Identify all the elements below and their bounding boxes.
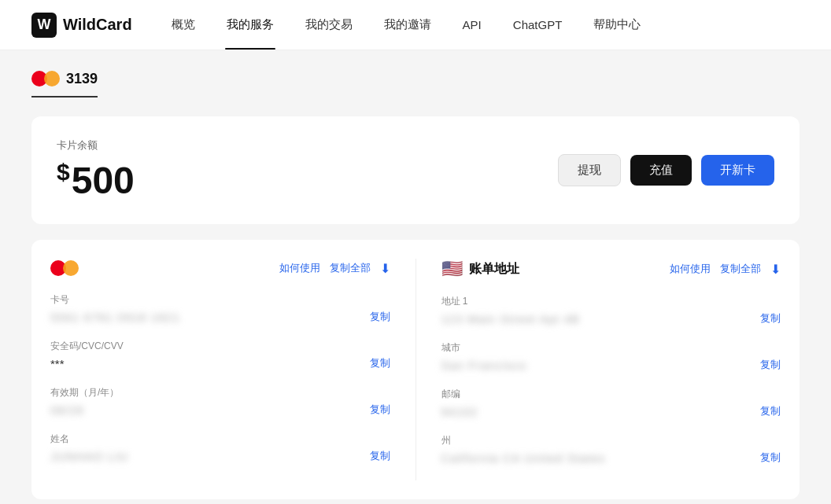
balance-left: 卡片余额 $500	[57, 138, 135, 202]
billing-panel: 🇺🇸 账单地址 如何使用 复制全部 ⬇ 地址 1 123 Main Street…	[416, 259, 781, 480]
security-code-value: ***	[50, 357, 65, 370]
card-number-value: 5561 6781 0918 1821	[50, 311, 180, 324]
nav-item-my-invitations[interactable]: 我的邀请	[382, 0, 433, 50]
nav-item-my-services[interactable]: 我的服务	[225, 0, 275, 50]
name-copy[interactable]: 复制	[370, 449, 390, 463]
expiry-label: 有效期（月/年）	[50, 386, 390, 399]
recharge-button[interactable]: 充值	[630, 155, 692, 186]
state-field: 州 California CA United States 复制	[441, 434, 781, 465]
withdraw-button[interactable]: 提现	[558, 154, 621, 186]
address1-label: 地址 1	[441, 295, 781, 308]
billing-panel-actions: 如何使用 复制全部 ⬇	[670, 262, 781, 277]
city-label: 城市	[441, 341, 781, 355]
address1-value: 123 Main Street Apt 4B	[441, 312, 580, 326]
card-info-panel: 如何使用 复制全部 ⬇ 卡号 5561 6781 0918 1821 复制 安全…	[50, 259, 416, 480]
nav-item-api[interactable]: API	[461, 0, 483, 50]
mastercard-icon	[31, 69, 60, 88]
card-info-panel-actions: 如何使用 复制全部 ⬇	[279, 261, 390, 276]
card-number-copy[interactable]: 复制	[370, 310, 390, 324]
billing-panel-header: 🇺🇸 账单地址 如何使用 复制全部 ⬇	[441, 259, 781, 279]
card-details-wrapper: 如何使用 复制全部 ⬇ 卡号 5561 6781 0918 1821 复制 安全…	[31, 240, 800, 499]
main-nav: 概览 我的服务 我的交易 我的邀请 API ChatGPT 帮助中心	[170, 0, 643, 50]
address1-copy[interactable]: 复制	[760, 311, 781, 326]
us-flag-icon: 🇺🇸	[441, 259, 463, 279]
expiry-value: 08/28	[50, 403, 84, 417]
expiry-copy[interactable]: 复制	[370, 403, 390, 417]
name-value: JUNHAO LIU	[50, 450, 128, 463]
nav-item-chatgpt[interactable]: ChatGPT	[512, 0, 564, 50]
billing-copy-all-link[interactable]: 复制全部	[720, 262, 761, 276]
name-label: 姓名	[50, 432, 390, 446]
currency-symbol: $	[57, 159, 70, 185]
zip-copy[interactable]: 复制	[760, 404, 781, 418]
address1-field: 地址 1 123 Main Street Apt 4B 复制	[441, 295, 781, 326]
name-field: 姓名 JUNHAO LIU 复制	[50, 432, 390, 463]
billing-title: 账单地址	[469, 261, 519, 278]
card-info-panel-header: 如何使用 复制全部 ⬇	[50, 259, 390, 278]
card-number-label: 卡号	[50, 293, 390, 307]
new-card-button[interactable]: 开新卡	[701, 155, 774, 186]
balance-amount: $500	[57, 159, 135, 202]
card-tab[interactable]: 3139	[31, 69, 98, 97]
security-code-field: 安全码/CVC/CVV *** 复制	[50, 340, 390, 370]
card-info-panel-header-left	[50, 259, 79, 278]
security-code-copy[interactable]: 复制	[370, 356, 390, 370]
card-last-four: 3139	[66, 71, 98, 87]
nav-item-my-transactions[interactable]: 我的交易	[304, 0, 354, 50]
app-name: WildCard	[63, 16, 132, 34]
balance-section: 卡片余额 $500 提现 充值 开新卡	[31, 116, 800, 224]
card-number-field: 卡号 5561 6781 0918 1821 复制	[50, 293, 390, 324]
zip-label: 邮编	[441, 388, 781, 401]
logo-icon: W	[31, 13, 57, 38]
expiry-field: 有效期（月/年） 08/28 复制	[50, 386, 390, 417]
logo-area[interactable]: W WildCard	[31, 13, 132, 38]
state-label: 州	[441, 434, 781, 447]
zip-value: 94102	[441, 405, 478, 418]
header: W WildCard 概览 我的服务 我的交易 我的邀请 API ChatGPT…	[0, 0, 831, 50]
nav-item-help-center[interactable]: 帮助中心	[592, 0, 642, 50]
state-value: California CA United States	[441, 451, 606, 465]
card-how-to-use-link[interactable]: 如何使用	[279, 261, 320, 275]
billing-how-to-use-link[interactable]: 如何使用	[670, 262, 711, 276]
billing-panel-header-left: 🇺🇸 账单地址	[441, 259, 519, 279]
card-copy-all-link[interactable]: 复制全部	[330, 261, 371, 275]
balance-value: 500	[72, 160, 135, 201]
billing-download-icon[interactable]: ⬇	[770, 262, 781, 277]
city-field: 城市 San Francisco 复制	[441, 341, 781, 372]
page-content: 3139 卡片余额 $500 提现 充值 开新卡	[0, 50, 831, 504]
card-mastercard-icon	[50, 259, 79, 278]
nav-item-overview[interactable]: 概览	[170, 0, 197, 50]
zip-field: 邮编 94102 复制	[441, 388, 781, 418]
balance-actions: 提现 充值 开新卡	[558, 154, 774, 186]
card-download-icon[interactable]: ⬇	[380, 261, 390, 276]
state-copy[interactable]: 复制	[760, 451, 781, 465]
balance-label: 卡片余额	[57, 138, 135, 153]
city-value: San Francisco	[441, 359, 527, 372]
city-copy[interactable]: 复制	[760, 358, 781, 372]
security-code-label: 安全码/CVC/CVV	[50, 340, 390, 353]
